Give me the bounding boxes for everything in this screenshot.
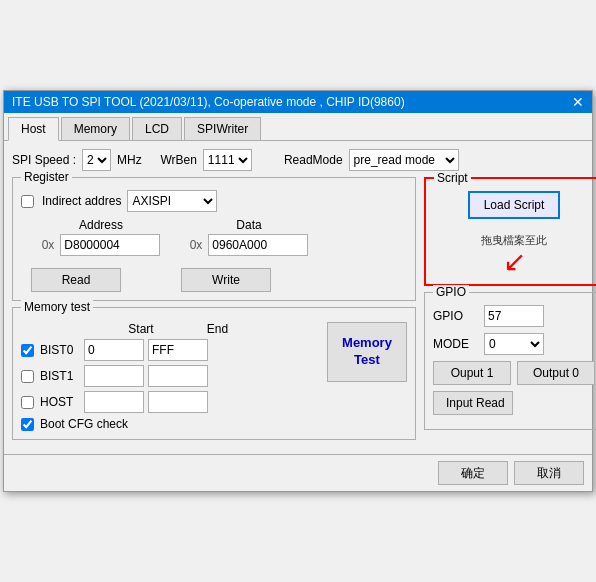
- tab-memory[interactable]: Memory: [61, 117, 130, 140]
- mhz-label: MHz: [117, 153, 142, 167]
- gpio-title: GPIO: [433, 285, 469, 299]
- bist1-row: BIST1: [21, 365, 319, 387]
- memory-test-group: Memory test Start End BIST0: [12, 307, 416, 440]
- spi-speed-label: SPI Speed :: [12, 153, 76, 167]
- memory-test-title: Memory test: [21, 300, 93, 314]
- memory-test-button[interactable]: Memory Test: [327, 322, 407, 382]
- bist1-start-input[interactable]: [84, 365, 144, 387]
- bist1-checkbox[interactable]: [21, 370, 34, 383]
- bist0-label: BIST0: [40, 343, 80, 357]
- gpio-mode-row: MODE 0123: [433, 333, 595, 355]
- read-button[interactable]: Read: [31, 268, 121, 292]
- wrben-select[interactable]: 11110000: [203, 149, 252, 171]
- readmode-label: ReadMode: [284, 153, 343, 167]
- col-end-header: End: [185, 322, 250, 336]
- address-prefix: 0x: [42, 238, 55, 252]
- tab-spiwriter[interactable]: SPIWriter: [184, 117, 261, 140]
- close-button[interactable]: ✕: [572, 95, 584, 109]
- data-group: Data 0x: [179, 218, 319, 262]
- gpio-group: GPIO GPIO MODE 0123 Ouput 1 Output 0: [424, 292, 596, 430]
- address-input[interactable]: [60, 234, 160, 256]
- ok-button[interactable]: 确定: [438, 461, 508, 485]
- mode-select[interactable]: 0123: [484, 333, 544, 355]
- memory-test-left: Start End BIST0: [21, 322, 319, 431]
- gpio-input[interactable]: [484, 305, 544, 327]
- tab-lcd[interactable]: LCD: [132, 117, 182, 140]
- cancel-button[interactable]: 取消: [514, 461, 584, 485]
- memory-test-btn-text: Memory Test: [342, 335, 392, 367]
- indirect-addr-checkbox[interactable]: [21, 195, 34, 208]
- boot-cfg-row: Boot CFG check: [21, 417, 319, 431]
- tab-bar: Host Memory LCD SPIWriter: [4, 113, 592, 141]
- boot-cfg-label: Boot CFG check: [40, 417, 128, 431]
- register-title: Register: [21, 170, 72, 184]
- output0-button[interactable]: Output 0: [517, 361, 595, 385]
- host-row: HOST: [21, 391, 319, 413]
- host-checkbox[interactable]: [21, 396, 34, 409]
- top-controls: SPI Speed : 2148 MHz WrBen 11110000 Read…: [12, 149, 584, 171]
- bist0-row: BIST0: [21, 339, 319, 361]
- script-group: Script Load Script 拖曳檔案至此 ↙: [424, 177, 596, 286]
- title-bar: ITE USB TO SPI TOOL (2021/03/11), Co-ope…: [4, 91, 592, 113]
- main-window: ITE USB TO SPI TOOL (2021/03/11), Co-ope…: [3, 90, 593, 492]
- register-group: Register Indirect addres AXISPIGPIO Addr…: [12, 177, 416, 301]
- arrow-icon: ↙: [503, 248, 526, 276]
- spi-speed-select[interactable]: 2148: [82, 149, 111, 171]
- tab-host[interactable]: Host: [8, 117, 59, 141]
- data-label: Data: [236, 218, 261, 232]
- host-start-input[interactable]: [84, 391, 144, 413]
- right-panel: Script Load Script 拖曳檔案至此 ↙ GPIO GPIO: [424, 177, 596, 446]
- address-label: Address: [79, 218, 123, 232]
- axispi-select[interactable]: AXISPIGPIO: [127, 190, 217, 212]
- bist0-checkbox[interactable]: [21, 344, 34, 357]
- gpio-label: GPIO: [433, 309, 478, 323]
- left-panel: Register Indirect addres AXISPIGPIO Addr…: [12, 177, 416, 446]
- main-area: Register Indirect addres AXISPIGPIO Addr…: [12, 177, 584, 446]
- input-read-button[interactable]: Input Read: [433, 391, 513, 415]
- data-prefix: 0x: [190, 238, 203, 252]
- host-label: HOST: [40, 395, 80, 409]
- window-title: ITE USB TO SPI TOOL (2021/03/11), Co-ope…: [12, 95, 405, 109]
- bottom-bar: 确定 取消: [4, 454, 592, 491]
- bist1-end-input[interactable]: [148, 365, 208, 387]
- output1-button[interactable]: Ouput 1: [433, 361, 511, 385]
- address-group: Address 0x: [31, 218, 171, 262]
- col-start-header: Start: [101, 322, 181, 336]
- bist0-start-input[interactable]: [84, 339, 144, 361]
- address-row: 0x: [42, 234, 161, 256]
- mode-label: MODE: [433, 337, 478, 351]
- gpio-input-read-row: Input Read: [433, 391, 595, 415]
- write-button[interactable]: Write: [181, 268, 271, 292]
- indirect-addr-row: Indirect addres AXISPIGPIO: [21, 190, 407, 212]
- bist0-end-input[interactable]: [148, 339, 208, 361]
- drag-hint-area: 拖曳檔案至此 ↙: [434, 223, 594, 276]
- data-row: 0x: [190, 234, 309, 256]
- main-content: SPI Speed : 2148 MHz WrBen 11110000 Read…: [4, 141, 592, 454]
- host-end-input[interactable]: [148, 391, 208, 413]
- data-input[interactable]: [208, 234, 308, 256]
- indirect-addr-label: Indirect addres: [42, 194, 121, 208]
- gpio-output-row: Ouput 1 Output 0: [433, 361, 595, 385]
- script-title: Script: [434, 171, 471, 185]
- load-script-button[interactable]: Load Script: [468, 191, 561, 219]
- boot-cfg-checkbox[interactable]: [21, 418, 34, 431]
- gpio-value-row: GPIO: [433, 305, 595, 327]
- readmode-select[interactable]: pre_read modenormal mode: [349, 149, 459, 171]
- bist1-label: BIST1: [40, 369, 80, 383]
- wrben-label: WrBen: [160, 153, 196, 167]
